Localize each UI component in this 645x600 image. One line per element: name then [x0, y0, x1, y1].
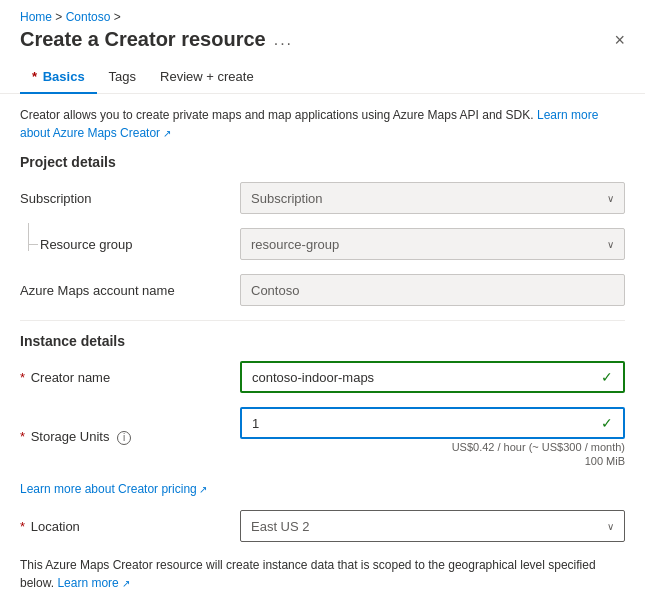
instance-details-title: Instance details [20, 333, 625, 349]
close-button[interactable]: × [614, 31, 625, 49]
account-name-row: Azure Maps account name Contoso [20, 274, 625, 306]
section-divider [20, 320, 625, 321]
resource-group-chevron-icon: ∨ [607, 239, 614, 250]
creator-name-valid-icon: ✓ [601, 369, 613, 385]
subscription-dropdown[interactable]: Subscription ∨ [240, 182, 625, 214]
resource-group-label: Resource group [20, 237, 240, 252]
header-row: Create a Creator resource ... × [0, 28, 645, 61]
creator-name-input[interactable]: contoso-indoor-maps ✓ [240, 361, 625, 393]
breadcrumb-sep1: > [55, 10, 65, 24]
storage-units-info-icon[interactable]: i [117, 431, 131, 445]
subscription-control: Subscription ∨ [240, 182, 625, 214]
subscription-row: Subscription Subscription ∨ [20, 182, 625, 214]
page-container: Home > Contoso > Create a Creator resour… [0, 0, 645, 600]
breadcrumb-contoso[interactable]: Contoso [66, 10, 111, 24]
description-text: Creator allows you to create private map… [20, 106, 625, 142]
creator-name-row: * Creator name contoso-indoor-maps ✓ [20, 361, 625, 393]
resource-group-row: Resource group resource-group ∨ [20, 228, 625, 260]
location-chevron-icon: ∨ [607, 521, 614, 532]
account-name-value: Contoso [240, 274, 625, 306]
breadcrumb-home[interactable]: Home [20, 10, 52, 24]
storage-units-row: * Storage Units i 1 ✓ US$0.42 / hour (~ … [20, 407, 625, 467]
storage-units-valid-icon: ✓ [601, 415, 613, 431]
page-title: Create a Creator resource [20, 28, 266, 51]
project-details-title: Project details [20, 154, 625, 170]
account-name-label: Azure Maps account name [20, 283, 240, 298]
resource-group-dropdown[interactable]: resource-group ∨ [240, 228, 625, 260]
creator-name-label: * Creator name [20, 370, 240, 385]
header-left: Create a Creator resource ... [20, 28, 293, 51]
tabs-row: Basics Tags Review + create [0, 61, 645, 94]
storage-units-input[interactable]: 1 ✓ [240, 407, 625, 439]
geo-notice-learn-more-link[interactable]: Learn more [57, 576, 129, 590]
creator-pricing-link[interactable]: Learn more about Creator pricing [20, 482, 207, 496]
tab-tags[interactable]: Tags [97, 61, 148, 94]
storage-units-hint2: 100 MiB [240, 455, 625, 467]
account-name-control: Contoso [240, 274, 625, 306]
tab-basics[interactable]: Basics [20, 61, 97, 94]
ellipsis-button[interactable]: ... [274, 31, 293, 49]
location-dropdown[interactable]: East US 2 ∨ [240, 510, 625, 542]
storage-units-required: * [20, 429, 25, 444]
location-control: East US 2 ∨ [240, 510, 625, 542]
storage-units-label: * Storage Units i [20, 429, 240, 445]
resource-group-control: resource-group ∨ [240, 228, 625, 260]
geo-notice: This Azure Maps Creator resource will cr… [20, 556, 625, 592]
subscription-chevron-icon: ∨ [607, 193, 614, 204]
tab-review-create[interactable]: Review + create [148, 61, 266, 94]
subscription-label: Subscription [20, 191, 240, 206]
storage-units-control: 1 ✓ US$0.42 / hour (~ US$300 / month) 10… [240, 407, 625, 467]
storage-units-hint1: US$0.42 / hour (~ US$300 / month) [240, 441, 625, 453]
location-label: * Location [20, 519, 240, 534]
breadcrumb: Home > Contoso > [0, 0, 645, 28]
breadcrumb-sep2: > [114, 10, 121, 24]
location-row: * Location East US 2 ∨ [20, 510, 625, 542]
creator-name-control: contoso-indoor-maps ✓ [240, 361, 625, 393]
creator-name-required: * [20, 370, 25, 385]
content-area: Creator allows you to create private map… [0, 94, 645, 600]
location-required: * [20, 519, 25, 534]
